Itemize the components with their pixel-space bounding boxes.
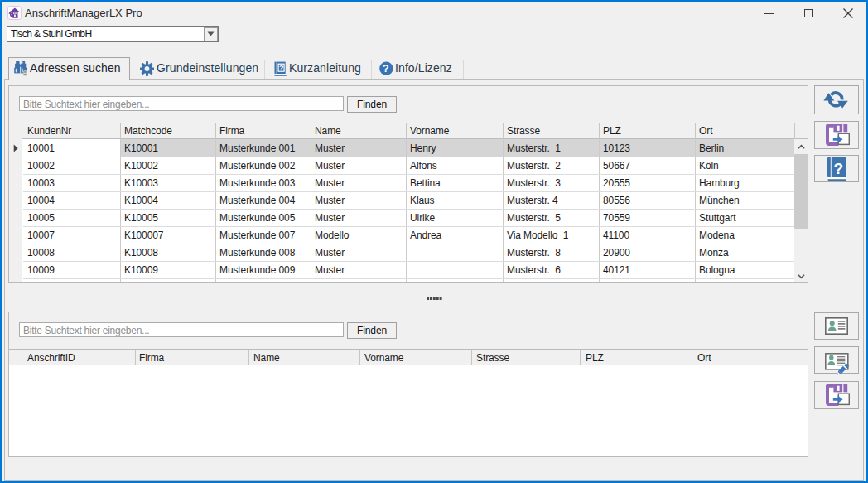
svg-text:?: ? <box>383 63 389 75</box>
svg-text:?: ? <box>833 160 843 177</box>
svg-text:?: ? <box>279 64 284 72</box>
